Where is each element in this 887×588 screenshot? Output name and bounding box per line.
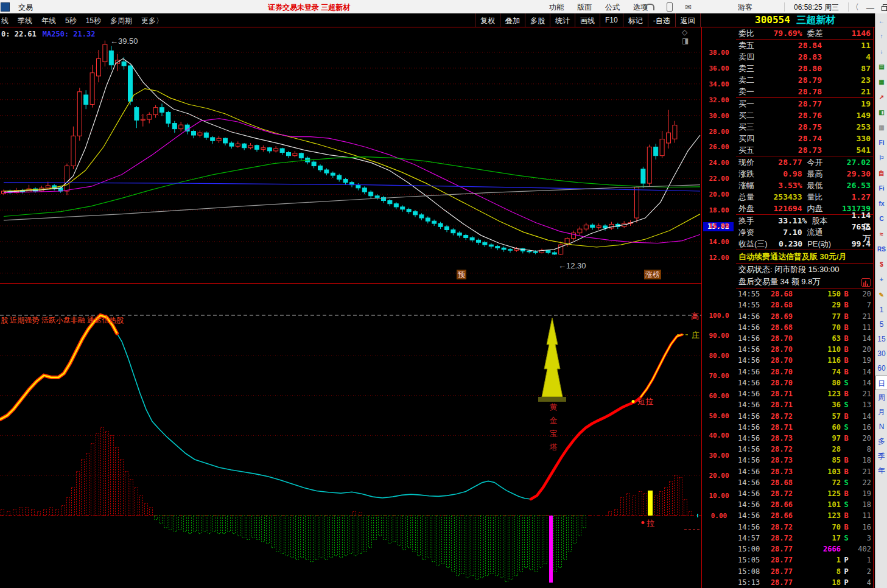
strip-icon[interactable]: ↑ <box>875 29 887 44</box>
period-shortcut[interactable]: 线 <box>1 16 9 26</box>
strip-icon[interactable]: ↓ <box>875 44 887 59</box>
volume-bar-green <box>228 516 231 531</box>
chart-button[interactable]: 返回 <box>676 13 701 27</box>
candle <box>565 237 569 247</box>
period-shortcut[interactable]: 15秒 <box>86 16 101 26</box>
volume-bar-red <box>32 509 35 516</box>
menu-版面[interactable]: 版面 <box>577 2 592 13</box>
period-button-多[interactable]: 多 <box>875 434 887 449</box>
period-button-日[interactable]: 日 <box>875 376 887 390</box>
headset-icon[interactable] <box>645 4 654 10</box>
strip-icon[interactable]: ⚐ <box>875 150 887 166</box>
volume-bar-red <box>130 480 133 516</box>
ma-magenta-line <box>4 119 700 243</box>
menu-功能[interactable]: 功能 <box>549 2 564 13</box>
period-shortcut[interactable]: 多周期 <box>110 16 132 26</box>
chart-button[interactable]: 多股 <box>525 13 550 27</box>
tick-row: 14:5728.7217S3 <box>736 533 873 544</box>
candle <box>521 248 525 253</box>
chart-button[interactable]: 标记 <box>623 13 648 27</box>
collapse-icon[interactable]: 〈 <box>851 2 859 13</box>
chart-button[interactable]: 画线 <box>575 13 600 27</box>
strip-icon[interactable]: C <box>875 211 887 226</box>
volume-bar-green <box>218 516 221 534</box>
candle <box>673 121 677 143</box>
marker-short-pull: 短拉 <box>637 397 653 406</box>
phone-icon[interactable] <box>667 2 673 12</box>
volume-bar-red <box>19 508 23 516</box>
mini-chart-icon[interactable] <box>861 278 871 287</box>
period-button-周[interactable]: 周 <box>875 390 887 405</box>
strip-icon[interactable]: 自 <box>875 166 887 181</box>
period-button-1[interactable]: 1 <box>875 303 887 317</box>
chart-corner-icons[interactable]: ◇ ◨ <box>682 28 701 45</box>
period-shortcut[interactable]: 年线 <box>41 16 56 26</box>
menu-trade[interactable]: 交易 <box>18 2 33 13</box>
chart-button[interactable]: -自选 <box>648 13 676 27</box>
period-shortcut[interactable]: 季线 <box>18 16 32 26</box>
candle <box>299 153 303 161</box>
period-button-15[interactable]: 15 <box>875 332 887 346</box>
signal-bar-magenta <box>549 516 553 583</box>
strip-icon[interactable]: ≈ <box>875 226 887 242</box>
volume-bar-green <box>213 516 216 531</box>
candle <box>90 65 94 108</box>
tag-ranking[interactable]: 涨榜 <box>644 270 661 279</box>
strip-icon[interactable]: ▦ <box>875 74 887 89</box>
period-button-季[interactable]: 季 <box>875 449 887 463</box>
period-button-N[interactable]: N <box>875 419 887 434</box>
user-label[interactable]: 游客 <box>738 2 752 13</box>
strip-icon[interactable]: ✎ <box>875 287 887 303</box>
volume-bar-red <box>660 492 663 516</box>
chart-button[interactable]: 统计 <box>550 13 575 27</box>
period-button-5[interactable]: 5 <box>875 317 887 332</box>
strip-icon[interactable]: Fi <box>875 135 887 150</box>
strip-icon[interactable]: ▤ <box>875 59 887 74</box>
strip-icon[interactable]: ↗ <box>875 89 887 105</box>
volume-bar-red <box>679 477 682 516</box>
strip-icon[interactable]: ▥ <box>875 120 887 135</box>
period-shortcut[interactable]: 更多〉 <box>141 16 163 26</box>
menu-公式[interactable]: 公式 <box>605 2 620 13</box>
candle <box>217 136 221 143</box>
strip-icon[interactable]: fx <box>875 196 887 211</box>
candle <box>540 249 544 254</box>
strip-icon[interactable]: + <box>875 272 887 287</box>
period-button-60[interactable]: 60 <box>875 361 887 376</box>
login-status: 证券交易未登录 三超新材 <box>268 2 350 13</box>
info-row: 收益(三)0.230PE(动)99.4 <box>736 238 873 250</box>
tag-forecast[interactable]: 预 <box>457 270 466 279</box>
banner-wrap: 自动续费通达信普及版 30元/月 <box>736 250 873 264</box>
restore-icon[interactable] <box>882 4 887 11</box>
strip-icon[interactable]: Fi <box>875 181 887 196</box>
period-button-月[interactable]: 月 <box>875 405 887 419</box>
volume-bar-green <box>515 516 518 576</box>
chart-button[interactable]: 叠加 <box>500 13 525 27</box>
strip-icon[interactable]: $ <box>875 257 887 272</box>
mail-icon[interactable]: ✉ <box>685 3 692 11</box>
tick-list[interactable]: 14:5528.68150B2014:5528.6829B714:5628.69… <box>736 288 873 588</box>
indicator-chart[interactable]: 短拉拉高庄 股 近期强势 活跃小盘非融 通达信热股 黄 金 宝 塔 <box>0 284 701 588</box>
period-shortcut[interactable]: 5秒 <box>65 16 77 26</box>
info-row: 现价28.77今开27.02 <box>736 156 873 168</box>
candle <box>597 223 601 229</box>
volume-bar-red <box>56 509 59 516</box>
subscription-banner[interactable]: 自动续费通达信普及版 30元/月 <box>736 250 873 263</box>
period-button-30[interactable]: 30 <box>875 346 887 361</box>
order-row: 卖一28.7821 <box>736 86 873 97</box>
minimize-icon[interactable]: — <box>866 3 874 12</box>
main-chart[interactable]: ←39.50←12.30 0: 22.61MA250: 21.32 ◇ ◨ 预 … <box>0 27 701 284</box>
candle <box>267 147 272 153</box>
volume-bar-red <box>627 494 630 516</box>
period-button-年[interactable]: 年 <box>875 463 887 478</box>
strip-icon[interactable]: ◧ <box>875 105 887 120</box>
chart-button[interactable]: 复权 <box>475 13 500 27</box>
volume-bar-green <box>393 516 396 542</box>
volume-bar-red <box>62 506 65 516</box>
strip-icon[interactable]: ← <box>875 13 887 29</box>
strip-icon[interactable]: RS <box>875 242 887 257</box>
volume-bar-green <box>544 516 547 564</box>
volume-bar-green <box>403 516 406 550</box>
chart-button[interactable]: F10 <box>600 13 623 27</box>
volume-bar-green <box>500 516 503 578</box>
